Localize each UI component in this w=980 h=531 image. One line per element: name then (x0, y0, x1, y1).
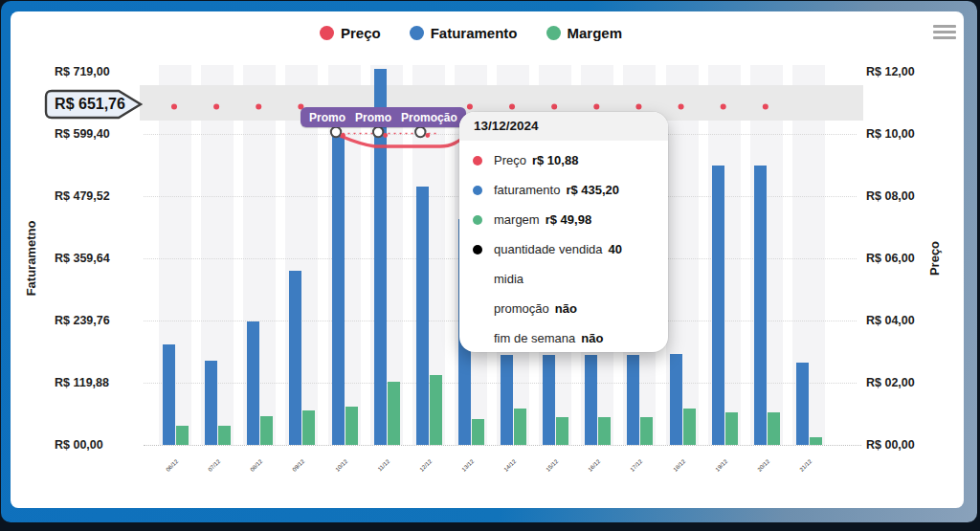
faturamento-bar[interactable] (416, 187, 429, 445)
faturamento-bar[interactable] (670, 354, 682, 445)
x-axis-label: 10/12 (321, 458, 347, 485)
tooltip-row-value: r$ 49,98 (546, 212, 591, 227)
legend-item-faturamento[interactable]: Faturamento (410, 25, 518, 41)
faturamento-bar[interactable] (289, 271, 301, 445)
x-axis-label: 08/12 (236, 458, 263, 485)
tooltip-row: midia (473, 264, 655, 294)
margem-bar[interactable] (345, 407, 358, 445)
legend-label: Faturamento (431, 25, 518, 41)
tooltip-row: quantidade vendida40 (473, 234, 655, 264)
margem-bar[interactable] (725, 412, 738, 445)
left-axis-tick: R$ 719,00 (55, 65, 110, 78)
chart-tooltip: 13/12/2024 Preçor$ 10,88faturamentor$ 43… (459, 112, 668, 352)
legend-dot-icon (320, 26, 334, 40)
faturamento-bar[interactable] (754, 166, 767, 445)
right-axis-tick: R$ 12,00 (866, 65, 915, 78)
tooltip-row-value: r$ 435,20 (566, 183, 619, 197)
margem-bar[interactable] (388, 382, 400, 445)
tooltip-row-label: Preço (494, 153, 526, 167)
faturamento-bar[interactable] (332, 136, 345, 445)
tooltip-row: promoçãonão (473, 294, 655, 323)
margem-bar[interactable] (768, 412, 780, 445)
tooltip-row: margemr$ 49,98 (473, 205, 655, 234)
tooltip-series-dot-icon (473, 156, 482, 166)
margem-bar[interactable] (514, 409, 526, 445)
tooltip-row-value: r$ 10,88 (532, 153, 578, 167)
margem-bar[interactable] (810, 437, 822, 445)
x-axis-label: 17/12 (616, 458, 643, 485)
left-axis-tick: R$ 00,00 (55, 438, 103, 452)
reference-flag-label: R$ 651,76 (54, 89, 126, 120)
faturamento-bar[interactable] (205, 361, 217, 445)
margem-bar[interactable] (218, 426, 231, 445)
faturamento-bar[interactable] (543, 355, 555, 445)
left-axis-tick: R$ 599,40 (55, 127, 110, 141)
tooltip-row-label: faturamento (494, 183, 560, 197)
faturamento-bar[interactable] (796, 363, 809, 445)
tooltip-row: faturamentor$ 435,20 (473, 175, 655, 205)
margem-bar[interactable] (176, 426, 189, 445)
x-axis-label: 19/12 (702, 458, 728, 485)
margem-bar[interactable] (556, 417, 568, 445)
tooltip-series-dot-icon (473, 245, 482, 254)
tooltip-series-dot-icon (473, 215, 482, 225)
right-axis-tick: R$ 10,00 (866, 127, 915, 141)
promo-badge-label: Promo (309, 111, 345, 124)
tooltip-row-value: não (581, 331, 603, 345)
window-frame: PreçoFaturamentoMargem Faturametno Preço… (1, 1, 977, 522)
x-axis-label: 09/12 (278, 458, 305, 485)
faturamento-bar[interactable] (247, 321, 259, 445)
left-axis-tick: R$ 239,76 (55, 314, 110, 327)
legend-item-preço[interactable]: Preço (320, 25, 381, 41)
left-axis-tick: R$ 479,52 (55, 189, 110, 203)
tooltip-dot-spacer (473, 334, 482, 343)
chart-legend: PreçoFaturamentoMargem (11, 25, 942, 41)
margem-bar[interactable] (260, 416, 273, 445)
tooltip-row-label: midia (494, 272, 523, 286)
app-panel: PreçoFaturamentoMargem Faturametno Preço… (11, 11, 964, 508)
right-axis-title: Preço (927, 241, 942, 276)
faturamento-bar[interactable] (627, 355, 639, 445)
faturamento-bar[interactable] (163, 344, 175, 445)
margem-bar[interactable] (683, 409, 696, 445)
tooltip-body: Preçor$ 10,88faturamentor$ 435,20margemr… (459, 141, 668, 352)
faturamento-bar[interactable] (501, 355, 513, 445)
x-axis-label: 15/12 (532, 458, 559, 485)
x-axis-label: 21/12 (786, 458, 813, 485)
x-axis-label: 14/12 (490, 458, 517, 485)
tooltip-dot-spacer (473, 304, 482, 314)
reference-flag: R$ 651,76 (44, 89, 144, 120)
tooltip-row-value: 40 (609, 242, 622, 256)
tooltip-row-label: quantidade vendida (494, 242, 603, 256)
promo-badge-label: Promo (355, 111, 391, 124)
x-axis-label: 20/12 (744, 458, 770, 485)
tooltip-row-value: não (555, 301, 577, 316)
margem-bar[interactable] (640, 417, 653, 445)
promo-badge-label: Promoção (401, 111, 457, 124)
faturamento-bar[interactable] (585, 355, 597, 445)
legend-item-margem[interactable]: Margem (546, 25, 623, 41)
promo-badge: PromoPromoPromoção (301, 107, 466, 127)
x-axis-label: 13/12 (448, 458, 475, 485)
chart-stage: PreçoFaturamentoMargem Faturametno Preço… (11, 11, 964, 508)
tooltip-row-label: margem (494, 212, 540, 227)
tooltip-row: fim de semananão (473, 323, 655, 352)
right-axis-tick: R$ 00,00 (866, 438, 915, 452)
x-axis-line (144, 445, 861, 446)
margem-bar[interactable] (472, 419, 484, 445)
margem-bar[interactable] (302, 410, 315, 445)
margem-bar[interactable] (430, 375, 442, 445)
left-axis-tick: R$ 119,88 (55, 376, 109, 389)
tooltip-series-dot-icon (473, 186, 482, 195)
right-axis-tick: R$ 04,00 (866, 314, 915, 327)
legend-label: Preço (341, 25, 381, 41)
margem-bar[interactable] (598, 417, 611, 445)
faturamento-bar[interactable] (712, 166, 724, 445)
x-axis-label: 07/12 (194, 458, 221, 485)
tooltip-row: Preçor$ 10,88 (473, 145, 655, 175)
right-axis-tick: R$ 06,00 (866, 252, 915, 265)
x-axis-label: 06/12 (152, 458, 179, 485)
x-axis-label: 12/12 (406, 458, 433, 485)
x-axis-label: 11/12 (364, 458, 390, 485)
x-axis-label: 16/12 (574, 458, 601, 485)
